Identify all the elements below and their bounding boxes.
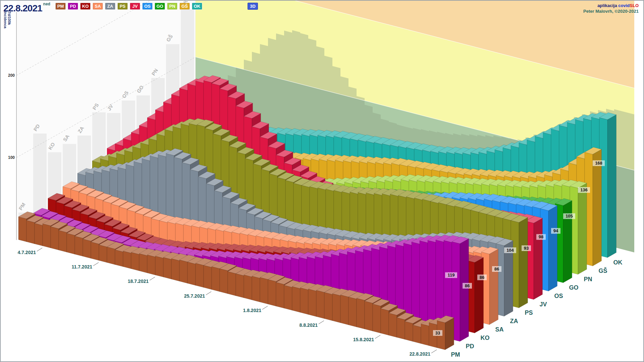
bar-front <box>340 295 348 325</box>
bar-front <box>284 285 292 310</box>
bar-front <box>405 321 413 342</box>
region-axis-label-KO: KO <box>481 335 490 341</box>
bar-side <box>475 257 483 333</box>
y-axis-title: 7d/100k Incidenca <box>3 11 11 28</box>
bar-side <box>519 218 528 308</box>
bar-front <box>212 266 220 292</box>
app-title: aplikacija covidSLO <box>583 3 639 8</box>
value-label-text: 86 <box>494 266 499 272</box>
date-tick-label: 4.7.2021 <box>18 250 36 255</box>
legend-region-OS[interactable]: OS <box>142 3 153 10</box>
value-label-PN: 105 <box>563 213 575 219</box>
legend-region-GŠ[interactable]: GŠ <box>179 3 190 10</box>
legend-region-GO[interactable]: GO <box>155 3 165 10</box>
bar-SA-d52 <box>481 247 498 325</box>
legend-region-PM[interactable]: PM <box>55 3 66 10</box>
bar-front <box>18 217 26 242</box>
value-label-KO: 86 <box>463 283 472 289</box>
region-axis-label-GO: GO <box>569 284 579 291</box>
bar-front <box>67 233 75 254</box>
date-tick-18.7.2021: 18.7.2021 <box>128 277 155 284</box>
date-tick-15.8.2021: 15.8.2021 <box>353 335 380 342</box>
value-label-text: 119 <box>448 273 455 278</box>
value-label-text: 93 <box>524 246 529 251</box>
value-label-ZA: 86 <box>492 266 501 272</box>
bar-front <box>292 287 300 312</box>
bar-front <box>51 227 59 250</box>
legend-region-PS[interactable]: PS <box>117 3 128 10</box>
bar-KO-d52 <box>467 255 483 333</box>
region-axis-label-PD: PD <box>466 343 474 350</box>
date-tick-label: 8.8.2021 <box>300 322 318 328</box>
region-axis-label-PN: PN <box>584 276 592 283</box>
y-axis-title-line2: Incidenca <box>3 11 7 28</box>
bar-PD-d52 <box>452 237 469 342</box>
bar-OK-d52 <box>599 113 616 258</box>
region-axis-label-PS: PS <box>525 309 533 316</box>
date-tick-22.8.2021: 22.8.2021 <box>410 350 437 357</box>
bar-PS-d52 <box>511 216 528 308</box>
value-label-text: 168 <box>595 161 602 166</box>
region-axis-label-OS: OS <box>554 293 563 299</box>
bar-side <box>593 149 601 266</box>
bar-front <box>357 298 365 329</box>
date-tick-line <box>375 335 380 339</box>
bar-front <box>260 278 268 304</box>
bar-front <box>139 254 147 273</box>
legend-region-JV[interactable]: JV <box>130 3 140 10</box>
bar-front <box>397 318 405 340</box>
bar-OS-d52 <box>540 203 557 291</box>
app-credits: aplikacija covidSLO Peter Malovrh, ©2020… <box>583 3 639 14</box>
legend-region-KO[interactable]: KO <box>80 3 91 10</box>
region-axis-label-OK: OK <box>613 259 623 266</box>
date-tick-8.8.2021: 8.8.2021 <box>300 321 324 328</box>
bar-side <box>460 239 469 342</box>
bar-front <box>155 256 163 277</box>
region-legend: PMPDKOSAZAPSJVOSGOPNGŠOK <box>55 3 202 10</box>
date-tick-label: 15.8.2021 <box>353 337 374 342</box>
bar-front <box>59 230 67 252</box>
legend-region-OK[interactable]: OK <box>192 3 202 10</box>
date-tick-25.7.2021: 25.7.2021 <box>184 292 211 299</box>
legend-region-PN[interactable]: PN <box>167 3 177 10</box>
3d-mode-button[interactable]: 3D <box>248 3 258 10</box>
bar-front <box>35 223 43 246</box>
bar-front <box>107 247 115 265</box>
value-label-GO: 94 <box>551 228 560 234</box>
date-tick-line <box>262 306 268 309</box>
bar-front <box>332 294 340 323</box>
bar-front <box>26 221 35 244</box>
bar-front <box>179 260 187 283</box>
date-tick-line <box>150 277 155 280</box>
legend-region-ZA[interactable]: ZA <box>105 3 115 10</box>
bar-front <box>348 297 357 327</box>
bar-front <box>308 289 316 316</box>
region-axis-label-SA: SA <box>495 326 504 333</box>
bar-front <box>187 262 196 286</box>
value-label-text: 98 <box>539 234 543 239</box>
value-label-PM: 33 <box>433 330 442 336</box>
bar-front <box>413 325 421 344</box>
date-tick-4.7.2021: 4.7.2021 <box>18 248 43 255</box>
bar-front <box>123 251 131 269</box>
bar-side <box>548 206 557 291</box>
bar-front <box>163 257 171 279</box>
author-line: Peter Malovrh, ©2020-2021 <box>583 8 639 14</box>
legend-region-PD[interactable]: PD <box>68 3 78 10</box>
legend-region-SA[interactable]: SA <box>93 3 103 10</box>
3d-incidence-chart: PMPDKOSAZAPSJVOSGOPNGŠOK1002003311986868… <box>0 0 644 362</box>
value-label-JV: 93 <box>522 245 531 251</box>
value-label-GŠ: 136 <box>578 187 590 193</box>
date-tick-1.8.2021: 1.8.2021 <box>243 306 268 313</box>
date-tick-line <box>206 292 211 295</box>
bar-side <box>578 183 587 274</box>
bar-JV-d52 <box>526 216 542 300</box>
value-label-text: 104 <box>506 248 514 253</box>
bar-front <box>389 313 397 337</box>
y-axis-title-line1: 7d/100k <box>7 11 11 28</box>
value-label-SA: 86 <box>477 275 487 280</box>
bar-front <box>83 239 91 258</box>
bar-front <box>381 309 389 336</box>
bar-front <box>316 290 324 319</box>
bar-front <box>236 274 244 298</box>
